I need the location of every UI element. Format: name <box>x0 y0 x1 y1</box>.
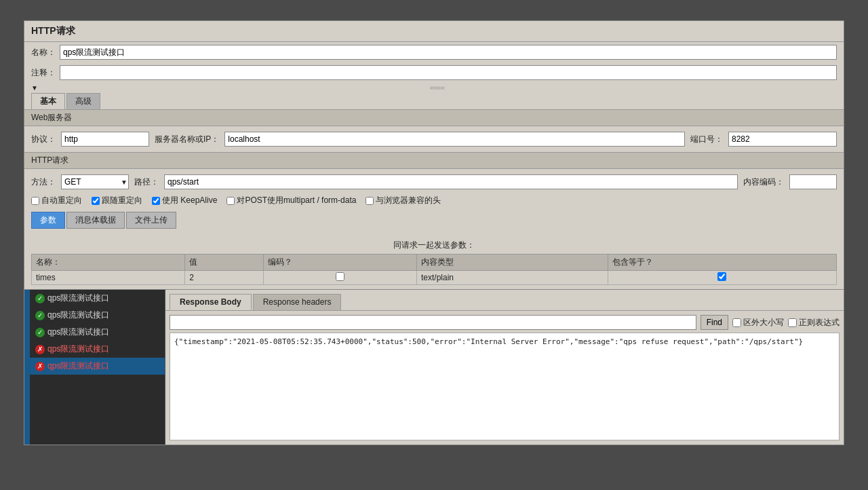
path-input[interactable] <box>164 174 738 189</box>
port-input[interactable] <box>728 132 837 147</box>
cb-follow-redirect-input[interactable] <box>92 197 100 205</box>
cb-regex-input[interactable] <box>788 318 797 327</box>
web-server-section: 协议： 服务器名称或IP： 端口号： <box>24 126 844 152</box>
http-request-section: 方法： GET POST PUT DELETE ▼ 路径： 内容编码： <box>24 169 844 234</box>
main-tabs: 基本 高级 <box>24 93 844 109</box>
param-include-cb[interactable] <box>717 272 726 281</box>
tree-item-5[interactable]: ✗ qps限流测试接口 <box>30 358 165 375</box>
web-server-header: Web服务器 <box>24 109 844 126</box>
method-select-wrapper: GET POST PUT DELETE ▼ <box>61 174 129 189</box>
checkbox-row: 自动重定向 跟随重定向 使用 KeepAlive 对POST使用multipar… <box>31 192 837 209</box>
param-include <box>608 271 836 285</box>
tab-basic[interactable]: 基本 <box>31 93 65 109</box>
table-row: times 2 text/plain <box>32 271 837 285</box>
status-icon-1: ✓ <box>35 294 45 303</box>
response-content-area: Find 区外大小写 正则表达式 {"timestamp":"2021-05-0… <box>165 310 844 445</box>
encoding-label: 内容编码： <box>743 176 784 188</box>
response-tab-headers[interactable]: Response headers <box>253 294 342 310</box>
cb-follow-redirect[interactable]: 跟随重定向 <box>92 195 142 206</box>
protocol-input[interactable] <box>61 132 149 147</box>
col-encode: 编码？ <box>263 255 416 271</box>
server-label: 服务器名称或IP： <box>155 134 219 145</box>
right-panel: Response Body Response headers Find 区外大小… <box>165 290 844 445</box>
comment-row: 注释： <box>24 62 844 83</box>
protocol-label: 协议： <box>31 134 56 145</box>
tree-item-4[interactable]: ✗ qps限流测试接口 <box>30 341 165 358</box>
status-icon-4: ✗ <box>35 345 45 354</box>
cb-case-label: 区外大小写 <box>743 317 784 328</box>
tab-advanced[interactable]: 高级 <box>66 93 100 109</box>
tree-item-label-5: qps限流测试接口 <box>47 360 109 372</box>
subtab-files[interactable]: 文件上传 <box>126 212 176 229</box>
send-params-title: 同请求一起发送参数： <box>31 237 837 254</box>
col-content-type: 内容类型 <box>417 255 608 271</box>
sub-tabs: 参数 消息体载据 文件上传 <box>31 209 837 231</box>
encoding-input[interactable] <box>789 174 837 189</box>
subtab-params[interactable]: 参数 <box>31 212 65 229</box>
collapse-icon[interactable]: ▼ <box>31 84 38 92</box>
cb-multipart[interactable]: 对POST使用multipart / form-data <box>226 195 356 206</box>
tree-item-label-4: qps限流测试接口 <box>47 343 109 355</box>
cb-case-wrapper[interactable]: 区外大小写 <box>732 317 784 328</box>
main-container: HTTP请求 名称： 注释： ▼ ≈≈≈≈ 基本 高级 Web服务器 协议： <box>0 20 868 490</box>
comment-input[interactable] <box>60 65 837 80</box>
protocol-row: 协议： 服务器名称或IP： 端口号： <box>31 129 837 149</box>
tree-item-2[interactable]: ✓ qps限流测试接口 <box>30 307 165 324</box>
path-label: 路径： <box>134 176 159 188</box>
status-icon-2: ✓ <box>35 311 45 320</box>
http-request-header: HTTP请求 <box>24 152 844 169</box>
bottom-split: ✓ qps限流测试接口 ✓ qps限流测试接口 ✓ qps限流测试接口 ✗ qp… <box>24 289 844 445</box>
col-value: 值 <box>185 255 263 271</box>
response-tab-body[interactable]: Response Body <box>170 294 252 310</box>
cb-regex-wrapper[interactable]: 正则表达式 <box>788 317 840 328</box>
tree-item-label-2: qps限流测试接口 <box>47 309 109 321</box>
response-tabs: Response Body Response headers <box>165 290 844 310</box>
name-row: 名称： <box>24 42 844 62</box>
param-encode-cb[interactable] <box>336 272 344 281</box>
tree-item-3[interactable]: ✓ qps限流测试接口 <box>30 324 165 341</box>
status-icon-3: ✓ <box>35 328 45 337</box>
col-include: 包含等于？ <box>608 255 836 271</box>
col-name: 名称： <box>32 255 185 271</box>
subtab-body[interactable]: 消息体载据 <box>66 212 125 229</box>
tree-item-1[interactable]: ✓ qps限流测试接口 <box>30 290 165 307</box>
cb-case-input[interactable] <box>732 318 741 327</box>
response-body-text: {"timestamp":"2021-05-08T05:52:35.743+00… <box>170 333 840 440</box>
status-icon-5: ✗ <box>35 362 45 371</box>
response-search-input[interactable] <box>170 315 696 330</box>
cb-auto-redirect-input[interactable] <box>31 197 39 205</box>
params-section: 同请求一起发送参数： 名称： 值 编码？ 内容类型 包含等于？ times 2 <box>24 234 844 289</box>
cb-keepalive[interactable]: 使用 KeepAlive <box>152 195 217 206</box>
http-panel-title: HTTP请求 <box>24 21 844 42</box>
comment-label: 注释： <box>31 67 56 79</box>
cb-browser-headers[interactable]: 与浏览器兼容的头 <box>366 195 441 206</box>
tree-item-label-1: qps限流测试接口 <box>47 293 109 304</box>
left-indicator <box>24 290 30 445</box>
cb-keepalive-input[interactable] <box>152 197 160 205</box>
method-label: 方法： <box>31 176 56 188</box>
param-value: 2 <box>185 271 263 285</box>
server-input[interactable] <box>224 132 685 147</box>
param-name: times <box>32 271 185 285</box>
port-label: 端口号： <box>690 134 723 145</box>
method-select[interactable]: GET POST PUT DELETE <box>61 174 129 189</box>
name-label: 名称： <box>31 47 56 58</box>
cb-auto-redirect[interactable]: 自动重定向 <box>31 195 82 206</box>
find-button[interactable]: Find <box>701 315 728 330</box>
param-encode <box>263 271 416 285</box>
http-panel: HTTP请求 名称： 注释： ▼ ≈≈≈≈ 基本 高级 Web服务器 协议： <box>24 20 844 289</box>
left-panel: ✓ qps限流测试接口 ✓ qps限流测试接口 ✓ qps限流测试接口 ✗ qp… <box>30 290 165 445</box>
divider-mark: ≈≈≈≈ <box>38 84 837 92</box>
name-input[interactable] <box>60 45 837 60</box>
method-row: 方法： GET POST PUT DELETE ▼ 路径： 内容编码： <box>31 172 837 192</box>
cb-multipart-input[interactable] <box>226 197 235 205</box>
response-toolbar: Find 区外大小写 正则表达式 <box>170 315 840 330</box>
tree-item-label-3: qps限流测试接口 <box>47 326 109 338</box>
collapse-row: ▼ ≈≈≈≈ <box>24 83 844 93</box>
cb-browser-headers-input[interactable] <box>366 197 374 205</box>
cb-regex-label: 正则表达式 <box>799 317 840 328</box>
param-content-type: text/plain <box>417 271 608 285</box>
params-table: 名称： 值 编码？ 内容类型 包含等于？ times 2 text/p <box>31 254 837 285</box>
